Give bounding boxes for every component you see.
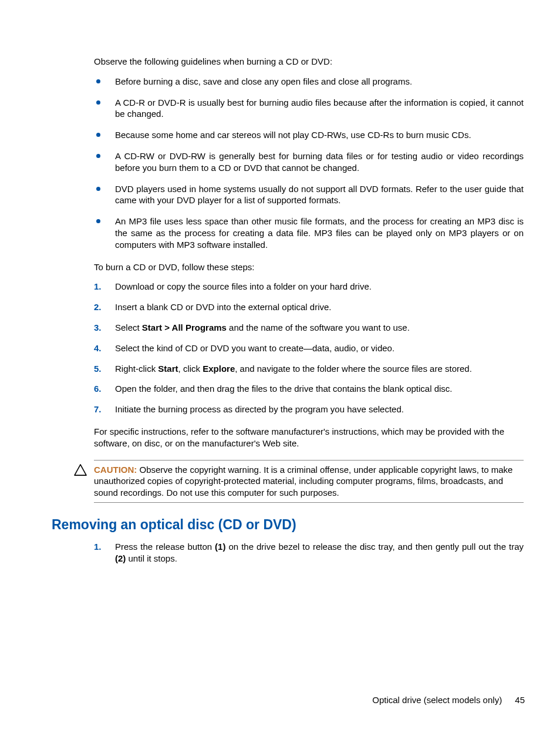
list-item: Press the release button (1) on the driv… bbox=[94, 541, 524, 564]
list-item: Before burning a disc, save and close an… bbox=[94, 76, 524, 88]
step-text: on the drive bezel to release the disc t… bbox=[225, 542, 524, 552]
bold-text: Explore bbox=[203, 364, 235, 374]
removal-steps-list: Press the release button (1) on the driv… bbox=[94, 541, 524, 564]
intro-paragraph: Observe the following guidelines when bu… bbox=[94, 56, 524, 68]
bold-text: (2) bbox=[115, 553, 126, 563]
bold-text: (1) bbox=[215, 542, 225, 552]
footer-section: Optical drive (select models only) bbox=[372, 695, 502, 705]
list-item: A CD-R or DVD-R is usually best for burn… bbox=[94, 97, 524, 120]
list-item: Initiate the burning process as directed… bbox=[94, 404, 524, 415]
body-text: Observe the following guidelines when bu… bbox=[94, 56, 524, 449]
list-item: Right-click Start, click Explore, and na… bbox=[94, 363, 524, 375]
step-text: , and navigate to the folder where the s… bbox=[235, 364, 472, 374]
list-item: Because some home and car stereos will n… bbox=[94, 129, 524, 141]
bold-text: Start bbox=[158, 364, 178, 374]
caution-label: CAUTION: bbox=[94, 465, 137, 475]
list-item: DVD players used in home systems usually… bbox=[94, 183, 524, 207]
bold-text: Start > All Programs bbox=[142, 322, 227, 332]
step-text: Select bbox=[115, 322, 142, 332]
list-item: Select Start > All Programs and the name… bbox=[94, 322, 524, 334]
removal-steps: Press the release button (1) on the driv… bbox=[94, 541, 524, 564]
caution-triangle-icon bbox=[74, 464, 87, 476]
page-number: 45 bbox=[515, 695, 525, 705]
step-text: until it stops. bbox=[126, 553, 177, 563]
step-text: , click bbox=[178, 364, 203, 374]
list-item: An MP3 file uses less space than other m… bbox=[94, 216, 524, 250]
caution-text: Observe the copyright warning. It is a c… bbox=[94, 465, 512, 498]
steps-intro: To burn a CD or DVD, follow these steps: bbox=[94, 261, 524, 273]
step-text: and the name of the software you want to… bbox=[227, 322, 410, 332]
list-item: Download or copy the source files into a… bbox=[94, 281, 524, 293]
caution-box: CAUTION: Observe the copyright warning. … bbox=[94, 460, 524, 503]
section-heading: Removing an optical disc (CD or DVD) bbox=[52, 517, 525, 533]
list-item: Insert a blank CD or DVD into the extern… bbox=[94, 301, 524, 313]
list-item: A CD-RW or DVD-RW is generally best for … bbox=[94, 150, 524, 174]
guidelines-list: Before burning a disc, save and close an… bbox=[94, 76, 524, 251]
list-item: Select the kind of CD or DVD you want to… bbox=[94, 342, 524, 354]
step-text: Press the release button bbox=[115, 542, 215, 552]
post-steps-paragraph: For specific instructions, refer to the … bbox=[94, 426, 524, 449]
document-page: Observe the following guidelines when bu… bbox=[0, 0, 560, 746]
steps-list: Download or copy the source files into a… bbox=[94, 281, 524, 415]
list-item: Open the folder, and then drag the files… bbox=[94, 383, 524, 395]
page-footer: Optical drive (select models only) 45 bbox=[372, 695, 525, 705]
step-text: Right-click bbox=[115, 364, 158, 374]
